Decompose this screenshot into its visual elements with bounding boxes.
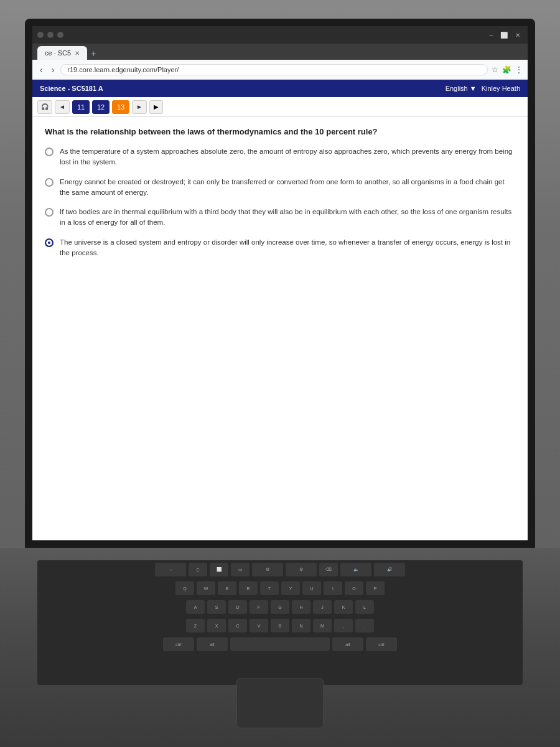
keyboard-row-5: ctrl alt alt ctrl	[37, 635, 523, 654]
question-13-button[interactable]: 13	[112, 100, 129, 114]
chevron-down-icon: ▼	[470, 85, 477, 92]
key-i[interactable]: I	[324, 581, 342, 595]
key-r[interactable]: R	[239, 581, 258, 595]
touchpad[interactable]	[236, 679, 324, 728]
key-period[interactable]: .	[355, 619, 374, 632]
close-button[interactable]: ✕	[513, 31, 523, 40]
key-c[interactable]: C	[189, 563, 207, 576]
option-b-text: Energy cannot be created or destroyed; i…	[60, 177, 515, 199]
radio-a[interactable]	[45, 148, 54, 156]
headphone-icon[interactable]: 🎧	[37, 100, 52, 114]
keyboard-row-1: → C ⬜ ▭ ⚙ ⚙ ⌫ 🔈 🔊	[37, 560, 523, 579]
key-l[interactable]: L	[355, 600, 374, 614]
radio-b[interactable]	[45, 178, 54, 187]
option-a-text: As the temperature of a system approache…	[60, 146, 515, 168]
question-12-button[interactable]: 12	[92, 100, 110, 114]
key-o[interactable]: O	[345, 581, 363, 595]
browser-tab-active[interactable]: ce · SC5 ✕	[37, 46, 87, 60]
keyboard-row-2: Q W E R T Y U I O P	[37, 579, 523, 598]
bookmark-icon[interactable]: ☆	[492, 65, 498, 74]
key-vol-up[interactable]: 🔊	[374, 563, 405, 576]
nav-prev-button[interactable]: ◄	[55, 100, 70, 114]
key-u[interactable]: U	[302, 581, 321, 595]
screen: – ⬜ ✕ ce · SC5 ✕ + ‹ › r19.core.learn.ed…	[32, 26, 528, 540]
key-sq[interactable]: ⬜	[210, 563, 228, 576]
key-s[interactable]: S	[207, 600, 226, 614]
browser-right-icons: ☆ 🧩 ⋮	[492, 65, 523, 74]
browser-controls	[37, 32, 63, 38]
q-num-label: 12	[97, 103, 105, 111]
subject-label: Science - SC5181 A	[40, 85, 103, 92]
answer-option-d[interactable]: The universe is a closed system and entr…	[45, 237, 515, 259]
key-x[interactable]: X	[207, 619, 226, 632]
answer-option-c[interactable]: If two bodies are in thermal equilibrium…	[45, 207, 515, 228]
key-h[interactable]: H	[292, 600, 310, 614]
key-space[interactable]	[230, 637, 330, 651]
nav-next-toolbar-button[interactable]: ►	[132, 100, 147, 114]
key-f[interactable]: F	[250, 600, 268, 614]
key-v[interactable]: V	[250, 619, 268, 632]
tab-close-icon[interactable]: ✕	[75, 50, 80, 57]
key-alt[interactable]: alt	[197, 637, 228, 651]
window-dot	[47, 32, 54, 38]
key-p[interactable]: P	[366, 581, 385, 595]
screen-bezel: – ⬜ ✕ ce · SC5 ✕ + ‹ › r19.core.learn.ed…	[25, 19, 535, 548]
new-tab-button[interactable]: +	[87, 49, 100, 59]
key-cv[interactable]: C	[228, 619, 247, 632]
key-ctrl[interactable]: ctrl	[163, 637, 194, 651]
quiz-body: What is the relationship between the law…	[32, 117, 528, 540]
key-w[interactable]: W	[197, 581, 215, 595]
key-rect[interactable]: ▭	[231, 563, 250, 576]
radio-d[interactable]	[45, 238, 54, 247]
answer-option-b[interactable]: Energy cannot be created or destroyed; i…	[45, 177, 515, 199]
keyboard-row-3: A S D F G H J K L	[37, 598, 523, 616]
play-button[interactable]: ▶	[149, 100, 163, 114]
radio-c[interactable]	[45, 208, 54, 217]
answer-option-a[interactable]: As the temperature of a system approache…	[45, 146, 515, 168]
key-m[interactable]: M	[313, 619, 332, 632]
tab-bar: ce · SC5 ✕ +	[32, 44, 528, 60]
window-dot	[57, 32, 63, 38]
key-q[interactable]: Q	[175, 581, 194, 595]
option-d-text: The universe is a closed system and entr…	[60, 237, 515, 259]
key-a[interactable]: A	[186, 600, 205, 614]
key-ctrl2[interactable]: ctrl	[366, 637, 397, 651]
key-settings2[interactable]: ⚙	[286, 563, 317, 576]
question-text: What is the relationship between the law…	[45, 127, 515, 136]
option-c-text: If two bodies are in thermal equilibrium…	[60, 207, 515, 228]
address-input[interactable]: r19.core.learn.edgenuity.com/Player/	[60, 64, 488, 75]
quiz-content: What is the relationship between the law…	[32, 117, 528, 277]
key-settings[interactable]: ⚙	[252, 563, 283, 576]
key-j[interactable]: J	[313, 600, 332, 614]
menu-icon[interactable]: ⋮	[515, 65, 523, 74]
language-selector[interactable]: English ▼	[446, 85, 477, 92]
key-e[interactable]: E	[218, 581, 236, 595]
key-d[interactable]: D	[228, 600, 247, 614]
back-button[interactable]: ‹	[37, 63, 45, 76]
user-name: Kinley Heath	[482, 85, 520, 92]
q-num-label: 11	[77, 103, 85, 111]
key-alt2[interactable]: alt	[332, 637, 363, 651]
extensions-icon[interactable]: 🧩	[502, 65, 511, 74]
key-g[interactable]: G	[271, 600, 289, 614]
key-vol-down[interactable]: 🔈	[340, 563, 371, 576]
header-right: English ▼ Kinley Heath	[446, 85, 520, 92]
question-11-button[interactable]: 11	[72, 100, 90, 114]
key-arrow-left[interactable]: →	[155, 563, 186, 576]
forward-button[interactable]: ›	[49, 63, 57, 76]
restore-button[interactable]: ⬜	[498, 31, 510, 40]
key-y[interactable]: Y	[281, 581, 300, 595]
window-dot	[37, 32, 44, 38]
minimize-button[interactable]: –	[487, 31, 495, 40]
laptop-bottom: → C ⬜ ▭ ⚙ ⚙ ⌫ 🔈 🔊 Q W E R T Y U I O P	[0, 548, 560, 747]
key-k[interactable]: K	[334, 600, 353, 614]
key-z[interactable]: Z	[186, 619, 205, 632]
key-slash[interactable]: ⌫	[319, 563, 338, 576]
key-n[interactable]: N	[292, 619, 310, 632]
tab-label: ce · SC5	[45, 49, 71, 57]
key-comma[interactable]: ,	[334, 619, 353, 632]
app-header: Science - SC5181 A English ▼ Kinley Heat…	[32, 80, 528, 97]
key-b[interactable]: B	[271, 619, 289, 632]
browser-titlebar: – ⬜ ✕	[32, 26, 528, 44]
key-t[interactable]: T	[260, 581, 279, 595]
